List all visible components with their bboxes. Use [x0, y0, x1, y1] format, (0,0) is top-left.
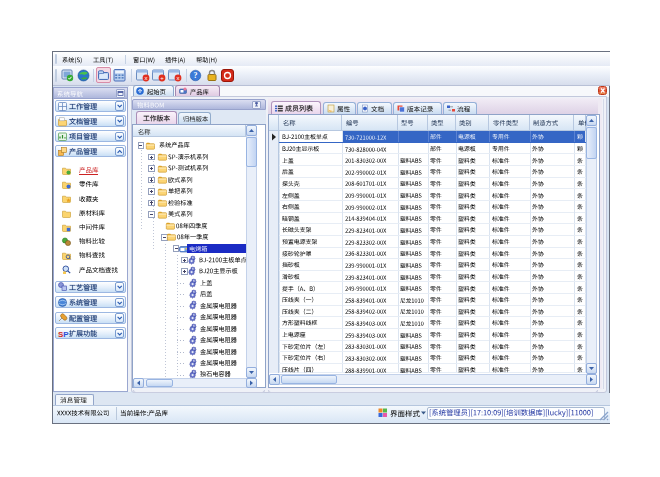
svg-text:SP: SP: [58, 329, 69, 338]
svg-text:x: x: [177, 75, 180, 81]
svg-text:x: x: [145, 75, 148, 81]
svg-text:?: ?: [194, 71, 198, 80]
svg-text:+: +: [160, 75, 164, 81]
